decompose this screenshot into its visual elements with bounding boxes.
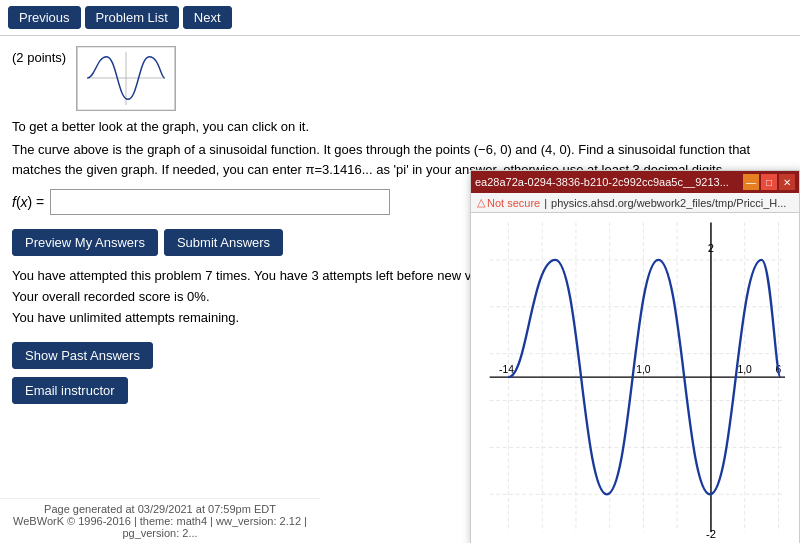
close-button[interactable]: ✕ xyxy=(779,174,795,190)
popup-url: physics.ahsd.org/webwork2_files/tmp/Pric… xyxy=(551,197,786,209)
popup-graph-area[interactable]: 2 -2 -14 1,0 1,0 6 xyxy=(471,213,799,543)
email-instructor-button[interactable]: Email instructor xyxy=(12,377,128,404)
input-label: f(x) = xyxy=(12,194,44,210)
popup-graph-svg: 2 -2 -14 1,0 1,0 6 xyxy=(471,213,799,543)
minimize-button[interactable]: — xyxy=(743,174,759,190)
svg-text:1,0: 1,0 xyxy=(738,364,753,375)
previous-button[interactable]: Previous xyxy=(8,6,81,29)
problem-header: (2 points) xyxy=(12,46,788,111)
popup-addressbar: △ Not secure | physics.ahsd.org/webwork2… xyxy=(471,193,799,213)
toolbar: Previous Problem List Next xyxy=(0,0,800,36)
click-hint: To get a better look at the graph, you c… xyxy=(12,119,788,134)
graph-thumbnail[interactable] xyxy=(76,46,176,111)
svg-text:1,0: 1,0 xyxy=(636,364,651,375)
points-label: (2 points) xyxy=(12,50,66,65)
popup-title-text: ea28a72a-0294-3836-b210-2c992cc9aa5c__92… xyxy=(475,176,743,188)
submit-button[interactable]: Submit Answers xyxy=(164,229,283,256)
show-past-answers-button[interactable]: Show Past Answers xyxy=(12,342,153,369)
popup-window: ea28a72a-0294-3836-b210-2c992cc9aa5c__92… xyxy=(470,170,800,543)
svg-rect-3 xyxy=(480,213,789,543)
popup-controls: — □ ✕ xyxy=(743,174,795,190)
svg-text:-2: -2 xyxy=(706,528,716,540)
svg-text:2: 2 xyxy=(708,242,714,254)
not-secure-label: △ Not secure xyxy=(477,196,540,209)
footer: Page generated at 03/29/2021 at 07:59pm … xyxy=(0,498,320,543)
next-button[interactable]: Next xyxy=(183,6,232,29)
svg-text:-14: -14 xyxy=(499,364,514,375)
warning-icon: △ xyxy=(477,196,485,209)
thumbnail-svg xyxy=(77,47,175,110)
problem-list-button[interactable]: Problem List xyxy=(85,6,179,29)
footer-line2: WeBWorK © 1996-2016 | theme: math4 | ww_… xyxy=(4,515,316,539)
popup-titlebar: ea28a72a-0294-3836-b210-2c992cc9aa5c__92… xyxy=(471,171,799,193)
maximize-button[interactable]: □ xyxy=(761,174,777,190)
footer-line1: Page generated at 03/29/2021 at 07:59pm … xyxy=(4,503,316,515)
answer-input[interactable] xyxy=(50,189,390,215)
preview-button[interactable]: Preview My Answers xyxy=(12,229,158,256)
